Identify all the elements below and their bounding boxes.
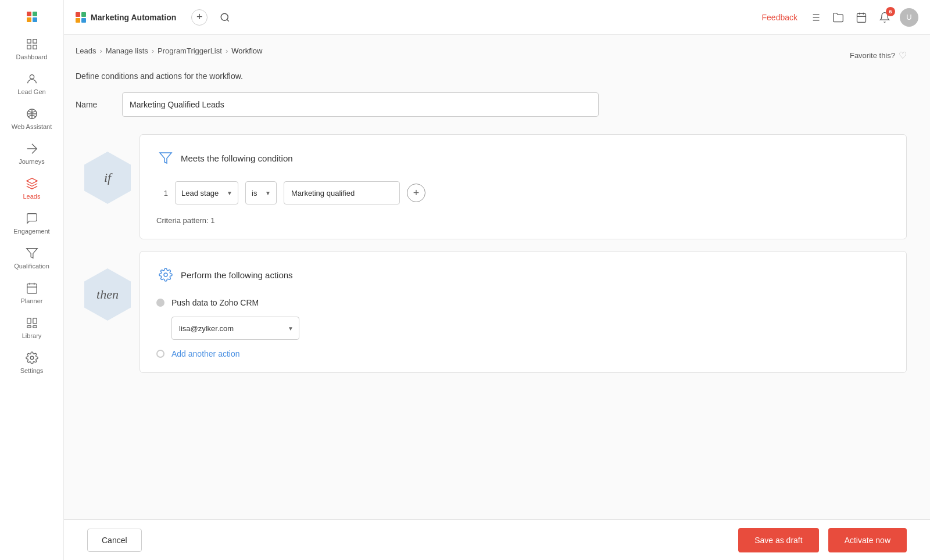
svg-rect-7 (27, 284, 37, 294)
then-block-header: Perform the following actions (156, 265, 890, 284)
journeys-icon (25, 142, 39, 156)
if-hexagon: if (84, 152, 131, 204)
favorite-area: Favorite this? ♡ (850, 50, 907, 61)
qualification-icon (25, 246, 39, 260)
sidebar-item-qualification[interactable]: Qualification (0, 240, 63, 275)
svg-rect-0 (27, 40, 30, 43)
sidebar-label-library: Library (22, 332, 42, 339)
add-action-row: Add another action (156, 349, 890, 358)
svg-rect-2 (27, 45, 30, 49)
svg-marker-28 (160, 153, 171, 163)
svg-point-16 (221, 13, 228, 20)
search-icon[interactable] (217, 9, 233, 26)
sidebar-item-journeys[interactable]: Journeys (0, 136, 63, 171)
name-row: Name (76, 92, 907, 117)
lead-gen-icon (25, 72, 39, 86)
sidebar-item-web-assistant[interactable]: Web Assistant (0, 101, 63, 136)
svg-point-29 (164, 273, 167, 277)
if-hexagon-text: if (104, 170, 111, 185)
operator-select-wrapper: is ▼ (245, 181, 277, 204)
add-condition-button[interactable]: + (407, 184, 425, 202)
workflow-name-input[interactable] (122, 92, 599, 117)
footer: Cancel Save as draft Activate now (64, 519, 930, 560)
crm-email-select[interactable]: lisa@zylker.com (171, 317, 299, 340)
svg-rect-14 (33, 326, 36, 328)
svg-rect-13 (27, 326, 30, 328)
topbar-logo: Marketing Automation (76, 12, 176, 23)
sidebar-label-dashboard: Dashboard (16, 53, 48, 60)
add-another-action-link[interactable]: Add another action (171, 349, 240, 358)
sidebar-label-qualification: Qualification (14, 263, 49, 270)
folder-icon[interactable] (830, 9, 846, 26)
field-select[interactable]: Lead stage (175, 181, 238, 204)
main-wrapper: Marketing Automation + Feedback 6 U (64, 0, 930, 560)
svg-point-15 (30, 356, 34, 360)
add-action-dot (156, 350, 164, 358)
logo-icon (27, 12, 37, 22)
sidebar-label-leads: Leads (23, 193, 41, 200)
library-icon (25, 316, 39, 330)
if-block: if Meets the following condition 1 Lead … (76, 134, 907, 239)
breadcrumb-workflow: Workflow (231, 46, 262, 55)
engagement-icon (25, 211, 39, 225)
sidebar-item-settings[interactable]: Settings (0, 345, 63, 380)
sidebar-label-settings: Settings (20, 367, 44, 374)
then-block: then Perform the following actions Push … (76, 251, 907, 373)
breadcrumb: Leads › Manage lists › ProgramTriggerLis… (76, 46, 262, 55)
svg-point-4 (30, 75, 34, 79)
sidebar-item-engagement[interactable]: Engagement (0, 206, 63, 240)
notification-icon[interactable]: 6 (877, 9, 893, 26)
feedback-link[interactable]: Feedback (762, 13, 797, 22)
svg-marker-6 (26, 249, 37, 259)
settings-icon (25, 351, 39, 365)
activate-now-button[interactable]: Activate now (828, 528, 907, 552)
breadcrumb-program-trigger[interactable]: ProgramTriggerList (158, 46, 222, 55)
calendar-icon[interactable] (853, 9, 870, 26)
svg-rect-11 (27, 318, 30, 324)
sidebar-item-library[interactable]: Library (0, 310, 63, 345)
topbar-icons: 6 U (807, 8, 918, 27)
breadcrumb-manage-lists[interactable]: Manage lists (106, 46, 148, 55)
condition-value-input[interactable] (284, 181, 400, 204)
if-hexagon-wrap: if (76, 134, 140, 204)
sidebar-logo (0, 6, 63, 31)
sidebar-item-leads[interactable]: Leads (0, 171, 63, 206)
topbar: Marketing Automation + Feedback 6 U (64, 0, 930, 35)
cancel-button[interactable]: Cancel (87, 529, 142, 552)
then-block-content: Perform the following actions Push data … (140, 251, 907, 373)
filter-icon (156, 149, 175, 167)
save-as-draft-button[interactable]: Save as draft (738, 528, 819, 552)
field-select-wrapper: Lead stage ▼ (175, 181, 238, 204)
svg-line-17 (227, 19, 229, 21)
sidebar-label-engagement: Engagement (13, 228, 49, 235)
sidebar-label-planner: Planner (21, 297, 43, 304)
content-area: Leads › Manage lists › ProgramTriggerLis… (64, 35, 930, 519)
web-assistant-icon (25, 107, 39, 121)
condition-row: 1 Lead stage ▼ is ▼ + (156, 181, 890, 204)
sidebar-item-planner[interactable]: Planner (0, 275, 63, 310)
action-label: Push data to Zoho CRM (171, 298, 259, 307)
then-hexagon: then (84, 268, 131, 321)
list-icon[interactable] (807, 9, 823, 26)
topbar-logo-icon (76, 12, 86, 23)
sidebar-label-journeys: Journeys (19, 158, 45, 165)
topbar-logo-text: Marketing Automation (91, 13, 176, 22)
svg-rect-24 (857, 13, 866, 22)
sidebar-item-lead-gen[interactable]: Lead Gen (0, 66, 63, 101)
then-block-title: Perform the following actions (181, 270, 293, 280)
add-button[interactable]: + (191, 9, 208, 26)
workflow-description: Define conditions and actions for the wo… (76, 71, 907, 81)
crm-select-wrapper: lisa@zylker.com ▼ (171, 317, 299, 340)
operator-select[interactable]: is (245, 181, 277, 204)
favorite-heart-icon[interactable]: ♡ (899, 50, 907, 61)
condition-number: 1 (156, 189, 168, 198)
breadcrumb-leads[interactable]: Leads (76, 46, 96, 55)
planner-icon (25, 281, 39, 295)
if-block-content: Meets the following condition 1 Lead sta… (140, 134, 907, 239)
svg-rect-12 (33, 318, 36, 324)
svg-rect-1 (33, 40, 36, 43)
sidebar-label-lead-gen: Lead Gen (17, 88, 45, 95)
avatar[interactable]: U (900, 8, 918, 27)
dashboard-icon (25, 37, 39, 51)
sidebar-item-dashboard[interactable]: Dashboard (0, 31, 63, 66)
